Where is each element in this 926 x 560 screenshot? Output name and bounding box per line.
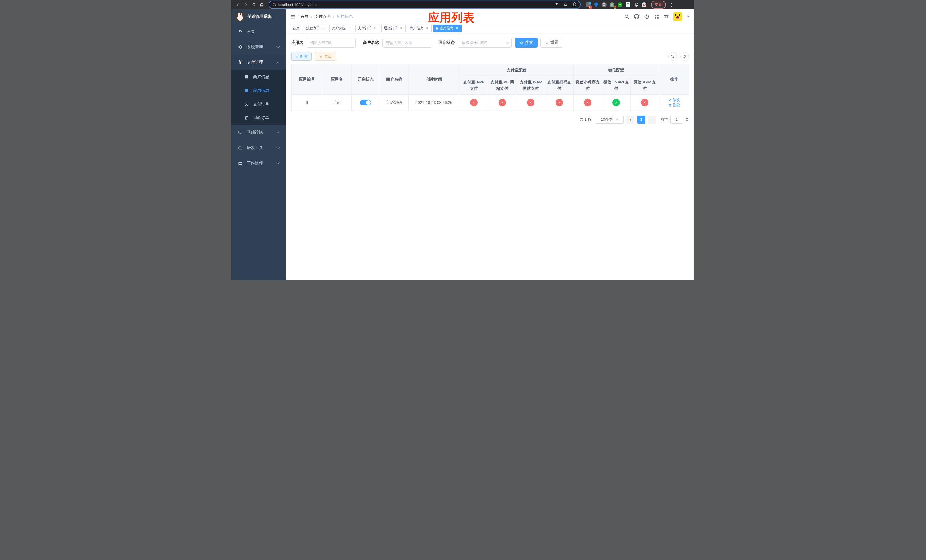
extension-badge: 1	[614, 6, 616, 9]
status-select[interactable]: 请选择开启状态	[458, 38, 512, 48]
chevron-down-icon	[277, 161, 280, 164]
browser-update-button[interactable]: 更新	[651, 1, 666, 9]
tag-merchant-info[interactable]: 商户信息×	[407, 25, 432, 32]
site-info-icon[interactable]	[272, 3, 276, 6]
extension-icon-command[interactable]	[602, 2, 607, 7]
group-header-alipay: 支付宝配置	[460, 64, 573, 76]
browser-reload-button[interactable]	[250, 2, 257, 8]
share-icon[interactable]	[563, 2, 568, 8]
column-header-wx-app: 微信 APP 支付	[631, 76, 659, 94]
close-icon[interactable]: ×	[347, 26, 351, 30]
sidebar-item-merchant-info[interactable]: 商户信息	[232, 70, 286, 84]
search-button[interactable]: 搜索	[515, 38, 538, 48]
extension-icon-grid[interactable]: 10	[586, 2, 590, 7]
app-name-input[interactable]	[307, 38, 356, 48]
sidebar-item-workflow[interactable]: 工作流程	[232, 156, 286, 171]
page-size-select[interactable]: 10条/页	[595, 116, 623, 124]
table-tools	[668, 52, 689, 61]
user-avatar[interactable]	[673, 12, 682, 21]
sidebar-item-home[interactable]: 首页	[232, 24, 286, 39]
sidebar-item-payment[interactable]: ¥ 支付管理	[232, 55, 286, 70]
profile-avatar-icon[interactable]	[642, 2, 646, 7]
help-icon[interactable]	[644, 14, 649, 19]
sidebar-item-pay-orders[interactable]: 支付订单	[232, 97, 286, 111]
tag-home[interactable]: 首页	[290, 25, 302, 32]
extension-icon-gem[interactable]	[594, 2, 599, 7]
tag-refund-orders[interactable]: 退款订单×	[381, 25, 406, 32]
breadcrumb-home[interactable]: 首页	[300, 14, 309, 19]
sidebar-collapse-icon[interactable]	[290, 14, 296, 20]
key-icon[interactable]	[555, 2, 559, 8]
add-button[interactable]: + 新增	[291, 52, 312, 61]
search-icon[interactable]	[624, 14, 629, 19]
column-header-status: 开启状态	[351, 64, 380, 94]
refresh-table-button[interactable]	[680, 52, 689, 61]
navbar: 首页 / 支付管理 / 应用信息	[286, 9, 694, 24]
reset-button[interactable]: 重置	[540, 38, 563, 48]
column-header-alipay-wap: 支付宝 WAP 网站支付	[516, 76, 545, 94]
status-toggle[interactable]	[360, 100, 371, 105]
github-icon[interactable]	[634, 14, 639, 19]
plus-icon: +	[295, 54, 298, 59]
delete-button[interactable]: 删除	[668, 103, 680, 107]
status-badge-alipay-qr: ×	[555, 99, 563, 106]
column-header-app-name: 应用名	[322, 64, 351, 94]
sidebar-item-infrastructure[interactable]: 基础设施	[232, 125, 286, 140]
app-title: 芋道管理系统	[247, 14, 271, 19]
export-button[interactable]: 导出	[315, 52, 336, 61]
address-bar[interactable]: localhost:1024/pay/app	[269, 1, 580, 8]
browser-menu-icon[interactable]: ⋮	[667, 2, 675, 8]
total-count: 共 1 条	[580, 117, 591, 122]
goto-prefix-label: 前往	[661, 117, 668, 122]
column-header-alipay-pc: 支付宝 PC 网站支付	[488, 76, 516, 94]
documents-icon	[244, 116, 249, 120]
extension-icon-y[interactable]: y	[617, 2, 622, 7]
merchant-name-input[interactable]	[383, 38, 431, 48]
prev-page-button[interactable]: ‹	[626, 116, 634, 124]
browser-home-button[interactable]	[258, 2, 265, 8]
tag-app-info[interactable]: 应用信息×	[433, 25, 461, 32]
sidebar-item-refund-orders[interactable]: 退款订单	[232, 111, 286, 125]
extensions-puzzle-icon[interactable]	[634, 2, 639, 7]
breadcrumb-payment[interactable]: 支付管理	[315, 14, 331, 19]
sidebar-item-app-info[interactable]: 应用信息	[232, 84, 286, 97]
browser-forward-button[interactable]	[242, 2, 249, 8]
tags-bar: 首页 流程表单× 用户分组× 支付订单× 退款订单× 商户信息× 应用信息×	[286, 24, 694, 33]
breadcrumb-current: 应用信息	[337, 14, 353, 19]
pencil-icon	[668, 98, 672, 102]
close-icon[interactable]: ×	[455, 26, 459, 30]
yen-icon: ¥	[238, 60, 243, 65]
close-icon[interactable]: ×	[425, 26, 429, 30]
page-number-button[interactable]: 1	[637, 116, 645, 124]
column-header-app-id: 应用编号	[292, 64, 322, 94]
fullscreen-icon[interactable]	[654, 14, 659, 19]
tag-label: 支付订单	[358, 26, 372, 31]
close-icon[interactable]: ×	[373, 26, 377, 30]
extension-icon-notes[interactable]	[626, 2, 631, 7]
goto-page-input[interactable]	[670, 116, 683, 124]
font-size-icon[interactable]: TT	[664, 14, 668, 19]
sidebar-item-system[interactable]: 系统管理	[232, 39, 286, 55]
app-logo[interactable]: 芋道管理系统	[232, 9, 286, 24]
close-icon[interactable]: ×	[399, 26, 403, 30]
table-toolbar: + 新增 导出	[291, 52, 689, 61]
toggle-search-button[interactable]	[668, 52, 677, 61]
status-badge-alipay-app: ×	[470, 99, 478, 106]
merchant-name-label: 商户名称	[363, 40, 379, 45]
extension-icon-recorder[interactable]: 1	[610, 2, 614, 7]
sidebar-item-dev-tools[interactable]: 研发工具	[232, 140, 286, 156]
browser-back-button[interactable]	[235, 2, 241, 8]
tag-process-form[interactable]: 流程表单×	[304, 25, 328, 32]
tag-pay-orders[interactable]: 支付订单×	[356, 25, 380, 32]
delete-label: 删除	[673, 103, 680, 107]
group-header-wechat: 微信配置	[573, 64, 659, 76]
cell-app-id: 6	[292, 94, 322, 111]
user-menu-caret-icon[interactable]	[687, 16, 690, 17]
edit-button[interactable]: 修改	[668, 97, 680, 103]
bookmark-star-icon[interactable]	[572, 2, 576, 8]
close-icon[interactable]: ×	[321, 26, 325, 30]
refresh-icon	[545, 41, 549, 45]
active-dot-icon	[436, 27, 438, 30]
next-page-button[interactable]: ›	[648, 116, 656, 124]
tag-user-group[interactable]: 用户分组×	[330, 25, 354, 32]
